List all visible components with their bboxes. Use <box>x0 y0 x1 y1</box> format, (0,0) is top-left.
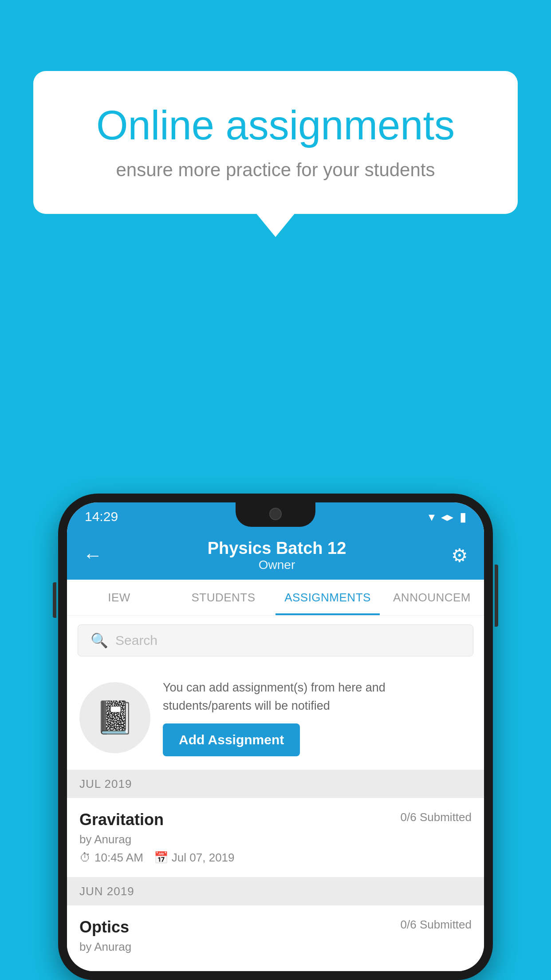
signal-icon: ◂▸ <box>441 510 453 524</box>
battery-icon: ▮ <box>460 510 466 524</box>
speech-bubble-title: Online assignments <box>69 102 482 149</box>
header-title-group: Physics Batch 12 Owner <box>208 539 346 572</box>
calendar-icon: 📅 <box>154 851 168 865</box>
promo-description: You can add assignment(s) from here and … <box>163 679 472 715</box>
speech-bubble-container: Online assignments ensure more practice … <box>33 71 518 214</box>
header-title: Physics Batch 12 <box>208 539 346 558</box>
tab-assignments[interactable]: ASSIGNMENTS <box>276 580 380 615</box>
section-header-jun: JUN 2019 <box>67 877 484 905</box>
date-value: Jul 07, 2019 <box>172 851 235 865</box>
promo-content: You can add assignment(s) from here and … <box>163 679 472 756</box>
phone-notch <box>236 502 315 527</box>
speech-bubble-subtitle: ensure more practice for your students <box>69 159 482 181</box>
tab-announcements[interactable]: ANNOUNCEM <box>380 580 484 615</box>
assignment-row-top-optics: Optics 0/6 Submitted <box>79 918 472 937</box>
assignment-by-optics: by Anurag <box>79 940 472 954</box>
wifi-icon: ▾ <box>429 510 435 524</box>
assignment-submitted-gravitation: 0/6 Submitted <box>401 810 472 824</box>
section-label-jun: JUN 2019 <box>79 885 134 898</box>
assignment-meta-gravitation: ⏱ 10:45 AM 📅 Jul 07, 2019 <box>79 851 472 865</box>
time-value: 10:45 AM <box>94 851 143 865</box>
assignment-item-gravitation[interactable]: Gravitation 0/6 Submitted by Anurag ⏱ 10… <box>67 798 484 877</box>
notebook-icon: 📓 <box>95 699 135 736</box>
assignment-name-gravitation: Gravitation <box>79 810 164 829</box>
search-placeholder: Search <box>115 633 157 648</box>
assignment-row-top: Gravitation 0/6 Submitted <box>79 810 472 829</box>
section-label-jul: JUL 2019 <box>79 777 132 790</box>
assignment-name-optics: Optics <box>79 918 129 937</box>
back-button[interactable]: ← <box>83 544 102 566</box>
add-assignment-button[interactable]: Add Assignment <box>163 723 300 756</box>
assignment-date: 📅 Jul 07, 2019 <box>154 851 235 865</box>
tab-bar: IEW STUDENTS ASSIGNMENTS ANNOUNCEM <box>67 580 484 616</box>
app-header: ← Physics Batch 12 Owner ⚙ <box>67 531 484 580</box>
promo-icon-circle: 📓 <box>79 682 150 753</box>
phone-mockup: 14:29 ▾ ◂▸ ▮ ← Physics Batch 12 Owner ⚙ <box>58 494 493 980</box>
assignment-time: ⏱ 10:45 AM <box>79 851 143 865</box>
tab-students[interactable]: STUDENTS <box>171 580 276 615</box>
assignment-by-gravitation: by Anurag <box>79 833 472 846</box>
speech-bubble: Online assignments ensure more practice … <box>33 71 518 214</box>
clock-icon: ⏱ <box>79 851 91 865</box>
header-subtitle: Owner <box>208 558 346 572</box>
search-icon: 🔍 <box>91 632 108 649</box>
status-time: 14:29 <box>85 509 118 524</box>
settings-icon[interactable]: ⚙ <box>451 545 468 566</box>
phone-outer: 14:29 ▾ ◂▸ ▮ ← Physics Batch 12 Owner ⚙ <box>58 494 493 980</box>
phone-camera <box>269 508 282 520</box>
add-assignment-promo: 📓 You can add assignment(s) from here an… <box>67 665 484 770</box>
search-bar[interactable]: 🔍 Search <box>78 624 473 656</box>
tab-iew[interactable]: IEW <box>67 580 171 615</box>
search-container: 🔍 Search <box>67 616 484 665</box>
section-header-jul: JUL 2019 <box>67 770 484 798</box>
status-icons: ▾ ◂▸ ▮ <box>429 510 466 524</box>
phone-screen: 14:29 ▾ ◂▸ ▮ ← Physics Batch 12 Owner ⚙ <box>67 502 484 971</box>
assignment-submitted-optics: 0/6 Submitted <box>401 918 472 932</box>
assignment-item-optics[interactable]: Optics 0/6 Submitted by Anurag <box>67 905 484 971</box>
